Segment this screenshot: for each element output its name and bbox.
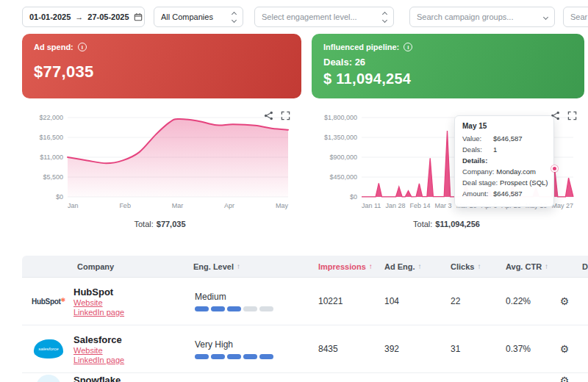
snowflake-logo: ❄ [31,375,66,382]
ad-spend-label: Ad spend: [34,43,74,51]
gear-icon[interactable]: ⚙ [553,295,576,307]
secondary-search[interactable] [563,7,588,27]
avg-ctr-value: 0.22% [500,296,553,306]
gear-icon[interactable]: ⚙ [553,375,576,382]
expand-icon[interactable] [567,111,577,120]
table-row: salesforce Salesforce Website LinkedIn p… [22,325,588,373]
chart-highlight-dot [551,165,558,172]
tooltip-value: $646,587 [493,134,523,143]
chevron-updown-icon [383,12,387,22]
date-to: 27-05-2025 [87,12,129,21]
company-table: Company Eng. Level↑ Impressions↑ Ad Eng.… [22,256,588,382]
eng-level-bars [195,306,312,311]
tooltip-details-label: Details: [462,156,546,165]
chevron-updown-icon [232,12,236,22]
company-filter-value: All Companies [161,12,213,21]
company-name: Snowflake [74,375,121,382]
header-impressions[interactable]: Impressions↑ [312,262,379,271]
linkedin-link[interactable]: LinkedIn page [74,308,124,317]
engagement-level-select[interactable]: Select engagement level... [254,7,394,27]
ad-spend-y-axis: $22,000 $16,500 $11,000 $5,500 $0 [22,114,63,201]
y-axis-label: $1,350,000 [324,134,357,141]
impressions-value: 10221 [312,296,379,306]
x-axis-label: May [276,202,288,209]
snowflake-icon: ❄ [43,380,54,382]
tooltip-amount: $646,587 [493,190,523,198]
campaign-group-search[interactable] [409,7,555,27]
x-axis-label: Jan 11 [362,202,381,209]
x-axis-label: Jan 28 [385,202,405,209]
info-icon[interactable] [78,43,87,51]
ad-spend-total: Total:$77,035 [22,220,298,228]
eng-level-value: Medium [195,292,312,302]
header-deals[interactable]: Deals↑ [576,262,588,271]
x-axis-label: Mar [172,202,184,209]
date-range-picker[interactable]: 01-01-2025 → 27-05-2025 [22,7,145,27]
x-axis-label: Feb [119,202,131,209]
pipeline-value: $ 11,094,254 [323,71,573,87]
header-company[interactable]: Company [22,262,187,271]
table-row: HubSpot✱ HubSpot Website LinkedIn page M… [22,278,588,325]
ad-spend-card: Ad spend: $77,035 [22,34,301,98]
chevron-down-icon [544,15,548,19]
x-axis-label: Jan [68,202,79,209]
pipeline-total: Total:$11,094,256 [309,220,584,228]
linkedin-link[interactable]: LinkedIn page [74,356,124,364]
website-link[interactable]: Website [74,298,103,307]
company-name: Salesforce [74,334,124,345]
tooltip-deals: 1 [493,145,497,154]
y-axis-label: $16,500 [39,134,63,141]
engagement-placeholder: Select engagement level... [262,12,357,21]
eng-level-value: Very High [195,339,312,350]
tooltip-date: May 15 [462,122,546,130]
y-axis-label: $900,000 [329,154,357,161]
y-axis-label: $450,000 [329,173,357,181]
hubspot-sprocket-icon: ✱ [61,297,65,303]
pipeline-deals: Deals: 26 [323,57,573,68]
header-clicks[interactable]: Clicks↑ [445,262,500,271]
pipeline-y-axis: $1,800,000 $1,350,000 $900,000 $450,000 … [309,114,357,201]
secondary-search-input[interactable] [570,12,588,21]
impressions-value: 8435 [312,344,379,354]
tooltip-company: Monday.com [496,167,536,176]
clicks-value: 31 [445,344,500,354]
clicks-value: 22 [445,296,500,306]
y-axis-label: $0 [56,193,63,201]
table-row: ❄ Snowflake ⚙ [22,373,588,382]
campaign-search-input[interactable] [417,12,539,21]
y-axis-label: $1,800,000 [324,114,357,121]
gear-icon[interactable]: ⚙ [553,343,576,355]
influenced-pipeline-card: Influenced pipeline: Deals: 26 $ 11,094,… [312,34,584,98]
company-name: HubSpot [74,286,124,298]
company-filter-select[interactable]: All Companies [154,7,243,27]
ad-eng-value: 104 [379,296,445,306]
y-axis-label: $0 [350,193,357,201]
info-icon[interactable] [404,43,412,51]
tooltip-stage: Prospect (SQL) [500,179,548,187]
share-icon[interactable] [264,111,273,120]
avg-ctr-value: 0.37% [500,344,553,354]
ad-spend-x-axis: Jan Feb Mar Apr May [68,202,288,209]
ad-eng-value: 392 [379,344,445,354]
chart-tooltip: May 15 Value:$646,587 Deals:1 Details: C… [454,115,554,207]
y-axis-label: $5,500 [43,173,63,181]
x-axis-label: May 27 [551,202,573,209]
pipeline-label: Influenced pipeline: [323,43,399,51]
date-range-arrow: → [75,12,83,21]
expand-icon[interactable] [281,111,290,120]
calendar-icon [134,12,143,21]
website-link[interactable]: Website [74,346,103,355]
ad-spend-chart: $22,000 $16,500 $11,000 $5,500 $0 Jan Fe… [22,109,298,217]
x-axis-label: Mar 3 [435,202,452,209]
header-ad-eng[interactable]: Ad Eng.↑ [379,262,445,271]
x-axis-label: Apr [224,202,234,209]
y-axis-label: $11,000 [40,154,63,161]
ad-spend-chart-svg[interactable] [68,118,288,197]
salesforce-logo: salesforce [31,339,66,358]
header-eng-level[interactable]: Eng. Level↑ [187,262,312,271]
y-axis-label: $22,000 [39,114,63,121]
header-avg-ctr[interactable]: Avg. CTR↑ [500,262,553,271]
date-from: 01-01-2025 [29,12,71,21]
ad-spend-value: $77,035 [34,62,290,82]
eng-level-bars [195,354,312,359]
